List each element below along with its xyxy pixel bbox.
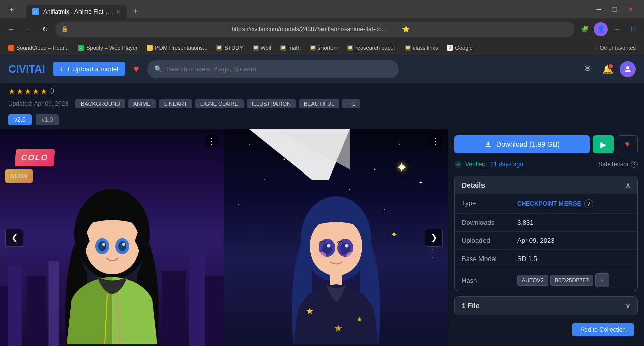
add-to-collection-btn[interactable]: Add to Collection	[572, 323, 634, 336]
type-info-btn[interactable]: ?	[584, 199, 593, 208]
bookmark-class-icon: 📁	[405, 45, 411, 51]
address-bar[interactable]: 🔒 https://civitai.com/models/24387/anifl…	[55, 22, 575, 37]
window-tab-btn[interactable]: ⊞	[4, 2, 18, 16]
type-value[interactable]: CHECKPOINT MERGE	[517, 200, 581, 207]
download-row: Download (1.99 GB) ▶ ♥	[454, 135, 638, 153]
star-4: ★	[32, 86, 39, 96]
title-bar: ⊞ C Aniflatmix - Anime Flat Color Sty...…	[0, 0, 644, 18]
bookmark-google-label: Google	[455, 45, 472, 51]
back-btn[interactable]: ←	[4, 22, 18, 36]
active-tab[interactable]: C Aniflatmix - Anime Flat Color Sty... ✕	[26, 5, 127, 18]
play-icon: ▶	[600, 140, 606, 149]
star-rating: ★ ★ ★ ★ ★ ()	[8, 86, 636, 96]
svg-text:★: ★	[356, 315, 363, 323]
heart-save-icon: ♥	[625, 140, 630, 149]
hash-copy-btn[interactable]: ›	[595, 273, 609, 287]
hash-type-input[interactable]: AUTOV2	[517, 275, 548, 286]
download-btn-label: Download (1.99 GB)	[496, 140, 560, 148]
bookmark-class-label: class links	[413, 45, 438, 51]
bookmark-study-label: STUDY	[224, 45, 243, 51]
tag-anime[interactable]: ANIME	[128, 99, 156, 108]
files-header[interactable]: 1 File ∨	[455, 297, 637, 315]
details-header[interactable]: Details ∧	[455, 176, 637, 194]
tag-lineart[interactable]: LINEART	[159, 99, 192, 108]
search-icon: 🔍	[154, 65, 163, 73]
extensions-btn[interactable]: 🧩	[578, 22, 592, 36]
bookmark-pom[interactable]: P POM Presentations...	[143, 44, 212, 52]
maximize-btn[interactable]: □	[608, 2, 622, 16]
downloads-label: Downloads	[462, 219, 517, 226]
hash-value-input[interactable]: B0D25DB787	[550, 275, 593, 286]
site-header: CIVITAI + + Upload a model ♥ 🔍 👁 🔔	[0, 55, 644, 83]
files-collapse-icon: ∨	[625, 302, 630, 310]
tag-ligne-claire[interactable]: LIGNE CLAIRE	[195, 99, 244, 108]
svg-point-10	[85, 214, 140, 274]
download-btn[interactable]: Download (1.99 GB)	[454, 135, 590, 153]
rating-count: ()	[50, 86, 54, 96]
gallery-next-btn[interactable]: ❯	[425, 229, 443, 247]
bookmark-wolf[interactable]: 📁 Wolf	[249, 44, 276, 52]
anime-image-left: COLO NEON	[0, 129, 224, 346]
svg-point-39	[314, 252, 326, 258]
bookmark-spotify[interactable]: ♪ Spotify – Web Player	[74, 44, 142, 52]
tag-illustration[interactable]: ILLUSTRATION	[247, 99, 296, 108]
header-icons: 👁 🔔	[580, 61, 636, 77]
notifications-btn[interactable]: 🔔	[600, 61, 616, 77]
image-panel-right: ✦ ✦ ✦	[224, 129, 448, 346]
details-title: Details	[462, 181, 485, 189]
bookmark-google[interactable]: G Google	[443, 44, 476, 52]
tab-close-btn[interactable]: ✕	[116, 8, 121, 15]
bookmark-soundcloud[interactable]: ♫ SoundCloud – Hear...	[4, 44, 73, 52]
image-left-more-btn[interactable]: ⋮	[205, 134, 219, 148]
eye-slash-btn[interactable]: 👁	[580, 61, 596, 77]
menu-btn[interactable]: ⋯	[610, 22, 624, 36]
type-label: Type	[462, 199, 517, 208]
verified-badge: Verified: 21 days ago	[454, 160, 523, 168]
bookmark-shortenr[interactable]: 📁 shortenr	[306, 44, 342, 52]
detail-row-base-model: Base Model SD 1.5	[455, 250, 637, 268]
minimize-btn[interactable]: ─	[592, 2, 606, 16]
star-3: ★	[24, 86, 31, 96]
version-v20-btn[interactable]: v2.0	[8, 114, 32, 125]
site-logo[interactable]: CIVITAI	[8, 63, 45, 76]
tag-more[interactable]: + 1	[342, 99, 360, 108]
tag-beautiful[interactable]: BEAUTIFUL	[299, 99, 340, 108]
tags-row: Updated: Apr 09, 2023 BACKGROUND ANIME L…	[8, 96, 636, 111]
bookmark-math-label: math	[288, 45, 300, 51]
svg-point-45	[455, 161, 461, 167]
search-bar[interactable]: 🔍	[147, 60, 399, 78]
tag-background[interactable]: BACKGROUND	[75, 99, 125, 108]
image-right-more-btn[interactable]: ⋮	[429, 134, 443, 148]
heart-btn[interactable]: ♥	[133, 63, 139, 75]
bookmark-wolf-label: Wolf	[261, 45, 272, 51]
bookmark-math[interactable]: 📁 math	[276, 44, 304, 52]
safe-tensor-info-icon[interactable]: ?	[631, 161, 638, 168]
refresh-btn[interactable]: ↻	[38, 22, 52, 36]
checkmark-icon	[454, 160, 462, 168]
safe-tensor-label: SafeTensor ?	[598, 161, 638, 168]
details-collapse-icon: ∧	[625, 181, 630, 189]
version-v10-btn[interactable]: v1.0	[36, 114, 59, 125]
bottom-actions: Add to Collection	[454, 320, 638, 340]
gallery-prev-btn[interactable]: ❮	[5, 229, 23, 247]
girl-figure-left	[27, 133, 198, 346]
svg-point-16	[122, 243, 125, 246]
svg-text:★: ★	[306, 306, 314, 316]
new-tab-btn[interactable]: +	[129, 4, 143, 18]
forward-btn[interactable]: →	[21, 22, 35, 36]
upload-model-btn[interactable]: + + Upload a model	[53, 62, 125, 76]
profile-btn[interactable]: 👤	[594, 22, 608, 36]
bookmark-class[interactable]: 📁 class links	[400, 44, 442, 52]
search-input[interactable]	[167, 65, 392, 73]
close-btn[interactable]: ✕	[624, 2, 638, 16]
bookmark-study[interactable]: 📁 STUDY	[212, 44, 247, 52]
save-btn[interactable]: ♥	[617, 135, 638, 153]
user-avatar[interactable]	[620, 61, 636, 77]
bing-btn[interactable]: B	[626, 22, 640, 36]
updated-text: Updated: Apr 09, 2023	[8, 100, 68, 107]
bookmark-google-icon: G	[447, 45, 453, 51]
verified-date-link[interactable]: 21 days ago	[490, 161, 523, 168]
bookmark-research[interactable]: 📁 reasearch paper	[343, 44, 399, 52]
play-btn[interactable]: ▶	[593, 135, 614, 153]
bookmark-more[interactable]: › Other favorites	[592, 44, 640, 52]
